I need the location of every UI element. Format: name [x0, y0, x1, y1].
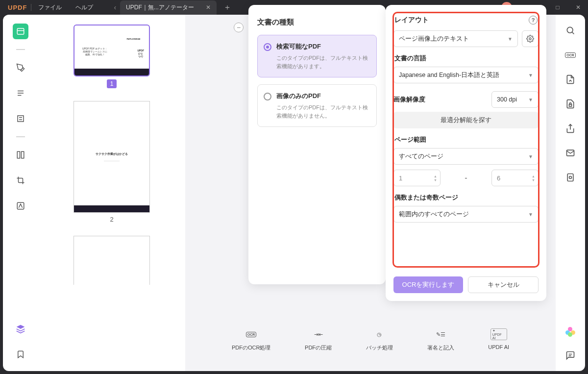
- page-from-input[interactable]: 1 ▲▼: [393, 170, 441, 186]
- qa-sign[interactable]: ✎☰ 署名と記入: [427, 328, 454, 351]
- select-value: Japanese and English-日本語と英語: [399, 71, 499, 79]
- ocr-settings-panel: レイアウト ? ページ画像上のテキスト ▼ 文書の言語 Japanese and…: [386, 5, 546, 301]
- option-title: 検索可能なPDF: [276, 42, 370, 51]
- thumbnail-page-3[interactable]: [74, 236, 150, 285]
- thumb-text: サクサク作業がはかどる: [96, 152, 128, 156]
- thumbnail-panel[interactable]: UPDF PDF エディタ： 高精度でシームレスに編集、AIで強化！ PAPIL…: [38, 15, 185, 371]
- ai-logo-icon[interactable]: [564, 325, 577, 339]
- dpi-select[interactable]: 300 dpi ▼: [491, 91, 539, 108]
- page-range-select[interactable]: すべてのページ ▼: [393, 148, 539, 165]
- layers-icon[interactable]: [13, 321, 28, 337]
- page-number: 2: [110, 216, 113, 223]
- field-label: 偶数または奇数ページ: [394, 193, 539, 202]
- option-searchable-pdf[interactable]: 検索可能なPDF このタイプのPDFは、フルテキスト検索機能があります。: [257, 35, 377, 77]
- field-label: ページ範囲: [394, 135, 539, 144]
- search-icon[interactable]: [564, 24, 577, 37]
- organize-tool-icon[interactable]: [13, 147, 28, 163]
- chevron-down-icon: ▼: [528, 73, 533, 78]
- convert-icon[interactable]: [564, 73, 577, 86]
- page-badge: 1: [107, 79, 117, 88]
- range-dash: -: [444, 174, 488, 182]
- select-value: 範囲内のすべてのページ: [399, 210, 469, 219]
- batch-icon: ◷: [371, 328, 388, 340]
- spinner-icon[interactable]: ▲▼: [434, 175, 437, 182]
- bookmark-icon[interactable]: [13, 347, 28, 362]
- field-label: 画像解像度: [393, 95, 425, 104]
- qa-compress[interactable]: ⇥⇤ PDFの圧縮: [305, 328, 332, 351]
- quick-actions: OCR PDFのOCR処理 ⇥⇤ PDFの圧縮 ◷ バッチ処理 ✎☰ 署名と記入…: [215, 328, 526, 351]
- select-value: ページ画像上のテキスト: [399, 35, 469, 43]
- edit-tool-icon[interactable]: [13, 85, 28, 101]
- tab-chevron-icon[interactable]: ‹: [110, 3, 120, 11]
- gear-icon[interactable]: [522, 30, 539, 47]
- run-ocr-button[interactable]: OCRを実行します: [393, 276, 463, 293]
- ocr-icon: OCR: [246, 332, 257, 337]
- qa-label: PDFのOCR処理: [232, 344, 270, 351]
- ocr-tool-icon[interactable]: OCR: [564, 48, 577, 62]
- close-window-icon[interactable]: ✕: [572, 4, 584, 11]
- language-select[interactable]: Japanese and English-日本語と英語 ▼: [393, 67, 539, 83]
- select-value: すべてのページ: [399, 152, 443, 161]
- qa-ai[interactable]: ✦ UPDF AI UPDF AI: [488, 328, 509, 351]
- option-desc: このタイプのPDFは、フルテキスト検索機能がありません。: [276, 103, 370, 120]
- crop-tool-icon[interactable]: [13, 173, 28, 188]
- svg-rect-11: [569, 104, 572, 106]
- close-icon[interactable]: ✕: [206, 4, 211, 11]
- print-icon[interactable]: [564, 171, 577, 184]
- mail-icon[interactable]: [564, 146, 577, 160]
- menu-file[interactable]: ファイル: [31, 3, 69, 12]
- layout-select[interactable]: ページ画像上のテキスト ▼: [393, 30, 518, 47]
- tab-title: UPDF｜無...アノテーター: [126, 3, 194, 12]
- thumb-text: UPDFひとつで: [137, 43, 144, 58]
- ai-icon: ✦ UPDF AI: [490, 328, 507, 340]
- separator: [16, 136, 25, 137]
- chat-icon[interactable]: [564, 349, 577, 362]
- thumb-badge: PAPILIONIDAE: [125, 37, 142, 41]
- svg-rect-14: [567, 174, 573, 181]
- share-icon[interactable]: [564, 122, 577, 135]
- qa-label: バッチ処理: [366, 344, 393, 351]
- spinner-icon[interactable]: ▲▼: [532, 175, 535, 182]
- ocr-type-panel: − 文書の種類 検索可能なPDF このタイプのPDFは、フルテキスト検索機能があ…: [248, 5, 386, 284]
- svg-point-18: [529, 38, 531, 40]
- svg-rect-6: [22, 151, 24, 158]
- chevron-down-icon: ▼: [508, 36, 513, 42]
- qa-label: UPDF AI: [488, 344, 509, 350]
- form-tool-icon[interactable]: [13, 111, 28, 126]
- radio-icon: [264, 43, 271, 51]
- thumbnail-page-1[interactable]: UPDF PDF エディタ： 高精度でシームレスに編集、AIで強化！ PAPIL…: [74, 25, 150, 76]
- svg-rect-0: [17, 28, 24, 34]
- svg-rect-2: [18, 116, 24, 122]
- tab-strip: ‹ UPDF｜無...アノテーター ✕ ＋: [110, 0, 238, 15]
- qa-ocr[interactable]: OCR PDFのOCR処理: [232, 328, 270, 351]
- add-tab-icon[interactable]: ＋: [217, 2, 238, 13]
- find-resolution-button[interactable]: 最適分解能を探す: [393, 112, 539, 128]
- menu-help[interactable]: ヘルプ: [69, 3, 100, 12]
- qa-batch[interactable]: ◷ バッチ処理: [366, 328, 393, 351]
- cancel-button[interactable]: キャンセル: [468, 276, 539, 293]
- page-to-input[interactable]: 6 ▲▼: [491, 170, 539, 186]
- tab-document[interactable]: UPDF｜無...アノテーター ✕: [120, 0, 217, 15]
- collapse-icon[interactable]: −: [234, 23, 244, 32]
- chevron-down-icon: ▼: [528, 97, 533, 102]
- redact-tool-icon[interactable]: [13, 198, 28, 214]
- annotate-tool-icon[interactable]: [13, 60, 28, 75]
- section-title: レイアウト: [394, 16, 429, 25]
- option-desc: このタイプのPDFは、フルテキスト検索機能があります。: [276, 54, 370, 70]
- thumbnail-page-2[interactable]: サクサク作業がはかどる ————————: [74, 101, 150, 213]
- svg-point-9: [567, 27, 573, 33]
- panel-title: 文書の種類: [257, 18, 377, 27]
- compress-icon: ⇥⇤: [310, 328, 327, 340]
- thumb-text: UPDF PDF エディタ： 高精度でシームレスに編集、AIで強化！: [79, 44, 110, 57]
- option-image-only-pdf[interactable]: 画像のみのPDF このタイプのPDFは、フルテキスト検索機能がありません。: [257, 84, 377, 127]
- maximize-icon[interactable]: □: [552, 4, 564, 11]
- reader-tool-icon[interactable]: [13, 24, 28, 39]
- help-icon[interactable]: ?: [529, 16, 538, 25]
- field-label: 文書の言語: [394, 54, 539, 63]
- right-toolbar: OCR: [556, 15, 585, 371]
- left-toolbar: [3, 15, 38, 371]
- qa-label: PDFの圧縮: [305, 344, 332, 351]
- protect-icon[interactable]: [564, 97, 577, 111]
- oddeven-select[interactable]: 範囲内のすべてのページ ▼: [393, 206, 539, 223]
- separator: [16, 49, 25, 50]
